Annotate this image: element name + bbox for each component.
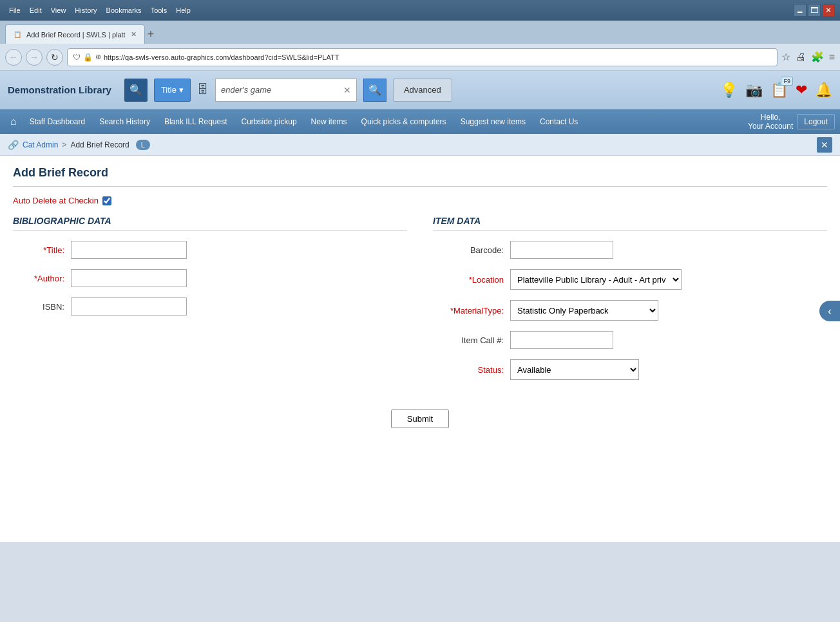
database-icon: 🗄 [197, 83, 209, 97]
home-nav-item[interactable]: ⌂ [5, 113, 22, 130]
browser-menu[interactable]: FileEditViewHistoryBookmarksToolsHelp [5, 5, 195, 15]
minimize-button[interactable]: 🗕 [794, 4, 807, 17]
author-row: *Author: [13, 269, 407, 287]
address-icons: ☆ 🖨 🧩 ≡ [781, 51, 835, 63]
search-go-icon: 🔍 [368, 84, 381, 96]
header-tools: 💡 📷 📋 F9 ❤ 🔔 [720, 82, 832, 99]
status-label: Status: [433, 365, 504, 375]
location-select[interactable]: Platteville Public Library - Adult - Art… [510, 269, 682, 290]
extensions-icon[interactable]: 🧩 [811, 51, 824, 63]
account-box[interactable]: Hello, Your Account [748, 113, 793, 131]
blank-ill-nav-item[interactable]: Blank ILL Request [158, 113, 234, 130]
library-name: Demonstration Library [8, 84, 111, 95]
list-icon[interactable]: 📋 F9 [770, 82, 788, 99]
forward-button[interactable]: → [26, 49, 43, 66]
user-badge: L [136, 140, 150, 150]
title-label: *Title: [13, 245, 64, 255]
browser-titlebar: FileEditViewHistoryBookmarksToolsHelp 🗕 … [0, 0, 840, 21]
nav-bar: ⌂ Staff Dashboard Search History Blank I… [0, 109, 840, 134]
isbn-label: ISBN: [13, 302, 64, 312]
account-label[interactable]: Your Account [748, 122, 793, 131]
url-bar[interactable]: 🛡 🔒 ⊕ https://qa-swls-verso.auto-graphic… [67, 48, 778, 66]
auto-delete-checkbox[interactable] [102, 196, 111, 205]
quick-picks-nav-item[interactable]: Quick picks & computers [355, 113, 453, 130]
menu-item-history[interactable]: History [71, 5, 100, 15]
isbn-row: ISBN: [13, 297, 407, 316]
location-row: *Location Platteville Public Library - A… [433, 269, 827, 290]
menu-item-edit[interactable]: Edit [26, 5, 46, 15]
item-call-label: Item Call #: [433, 335, 504, 345]
logout-button[interactable]: Logout [797, 114, 835, 129]
barcode-field[interactable] [510, 241, 613, 259]
back-button[interactable]: ← [5, 49, 22, 66]
tab-title: Add Brief Record | SWLS | platt [26, 31, 126, 39]
bell-icon[interactable]: 🔔 [815, 82, 832, 99]
window-controls[interactable]: 🗕 🗖 ✕ [794, 4, 835, 17]
breadcrumb-bar: 🔗 Cat Admin > Add Brief Record L ✕ [0, 134, 840, 156]
curbside-nav-item[interactable]: Curbside pickup [235, 113, 303, 130]
material-type-select[interactable]: Statistic Only Paperback [510, 300, 658, 321]
auto-delete-label: Auto Delete at Checkin [13, 196, 99, 205]
new-tab-button[interactable]: + [148, 24, 155, 44]
form-columns: BIBLIOGRAPHIC DATA *Title: *Author: ISBN… [13, 216, 827, 390]
contact-us-nav-item[interactable]: Contact Us [533, 113, 584, 130]
title-field[interactable] [71, 241, 187, 259]
search-icon-box: 🔍 [124, 79, 148, 102]
refresh-button[interactable]: ↻ [46, 49, 63, 66]
menu-item-help[interactable]: Help [172, 5, 195, 15]
author-field[interactable] [71, 269, 187, 287]
page-title: Add Brief Record [13, 166, 827, 187]
tab-close-icon[interactable]: ✕ [131, 30, 137, 39]
print-icon[interactable]: 🖨 [796, 52, 806, 63]
camera-icon[interactable]: 📷 [745, 82, 763, 99]
menu-item-file[interactable]: File [5, 5, 24, 15]
breadcrumb-separator: > [62, 140, 66, 149]
barcode-row: Barcode: [433, 241, 827, 259]
menu-item-bookmarks[interactable]: Bookmarks [102, 5, 146, 15]
search-go-button[interactable]: 🔍 [363, 79, 387, 102]
barcode-label: Barcode: [433, 245, 504, 255]
status-row: Status: Available [433, 359, 827, 380]
heart-icon[interactable]: ❤ [796, 82, 807, 99]
item-call-row: Item Call #: [433, 331, 827, 349]
item-data-column: ITEM DATA Barcode: *Location Platteville… [433, 216, 827, 390]
side-arrow-button[interactable]: ‹ [819, 301, 840, 321]
app-header: Demonstration Library 🔍 Title ▾ 🗄 ✕ 🔍 Ad… [0, 71, 840, 109]
clear-search-icon[interactable]: ✕ [343, 85, 351, 95]
dropdown-arrow-icon: ▾ [179, 85, 184, 95]
new-items-nav-item[interactable]: New items [305, 113, 354, 130]
location-label: *Location [433, 275, 504, 285]
url-text: https://qa-swls-verso.auto-graphics.com/… [104, 53, 339, 61]
breadcrumb-parent-link[interactable]: Cat Admin [23, 140, 58, 149]
suggest-new-nav-item[interactable]: Suggest new items [454, 113, 532, 130]
address-bar: ← → ↻ 🛡 🔒 ⊕ https://qa-swls-verso.auto-g… [0, 44, 840, 71]
menu-icon[interactable]: ≡ [829, 52, 835, 63]
search-input[interactable] [221, 85, 339, 95]
close-button[interactable]: ✕ [822, 4, 835, 17]
bib-section-header: BIBLIOGRAPHIC DATA [13, 216, 407, 231]
advanced-button[interactable]: Advanced [393, 79, 452, 102]
maximize-button[interactable]: 🗖 [808, 4, 821, 17]
search-type-select[interactable]: Title ▾ [154, 79, 191, 102]
f9-badge: F9 [781, 77, 793, 86]
search-type-label: Title [161, 85, 177, 95]
breadcrumb-icon: 🔗 [8, 140, 19, 150]
hello-label: Hello, [748, 113, 793, 122]
isbn-field[interactable] [71, 297, 187, 316]
menu-item-tools[interactable]: Tools [147, 5, 171, 15]
item-call-field[interactable] [510, 331, 613, 349]
search-history-nav-item[interactable]: Search History [93, 113, 157, 130]
status-select[interactable]: Available [510, 359, 639, 380]
bookmark-star-icon[interactable]: ☆ [781, 51, 790, 63]
menu-item-view[interactable]: View [47, 5, 70, 15]
submit-button[interactable]: Submit [391, 410, 449, 428]
tab-bar: 📋 Add Brief Record | SWLS | platt ✕ + [0, 21, 840, 44]
title-row: *Title: [13, 241, 407, 259]
lightbulb-icon[interactable]: 💡 [720, 82, 738, 99]
staff-dashboard-nav-item[interactable]: Staff Dashboard [23, 113, 92, 130]
search-box[interactable]: ✕ [215, 79, 357, 102]
active-tab[interactable]: 📋 Add Brief Record | SWLS | platt ✕ [5, 24, 145, 44]
auto-delete-row: Auto Delete at Checkin [13, 196, 827, 205]
catalog-icon: 🔍 [129, 84, 142, 96]
breadcrumb-close-button[interactable]: ✕ [817, 137, 832, 153]
